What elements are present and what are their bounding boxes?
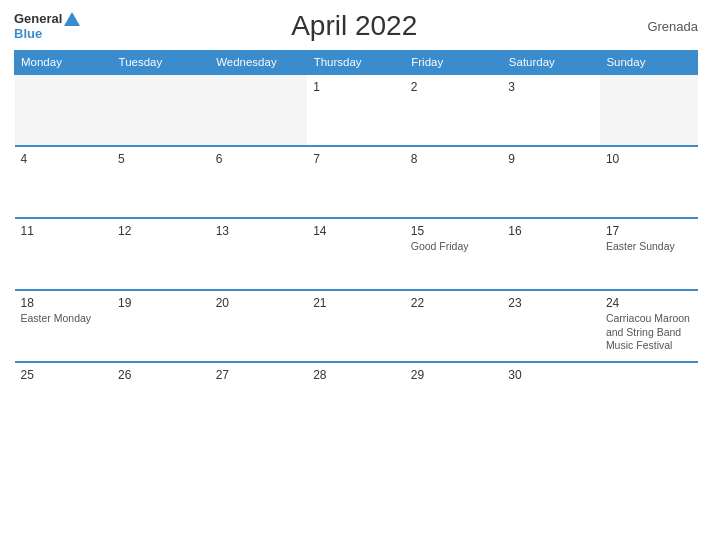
table-row: 8 <box>405 146 503 218</box>
logo-general-text: General <box>14 11 62 26</box>
day-number: 26 <box>118 368 204 382</box>
calendar-week-2: 45678910 <box>15 146 698 218</box>
logo: General Blue <box>14 11 80 41</box>
table-row: 30 <box>502 362 600 434</box>
table-row: 6 <box>210 146 308 218</box>
day-number: 4 <box>21 152 107 166</box>
table-row: 9 <box>502 146 600 218</box>
event-text: Easter Sunday <box>606 240 692 254</box>
table-row: 1 <box>307 74 405 146</box>
day-number: 13 <box>216 224 302 238</box>
day-number: 14 <box>313 224 399 238</box>
day-number: 19 <box>118 296 204 310</box>
col-friday: Friday <box>405 51 503 75</box>
table-row: 4 <box>15 146 113 218</box>
table-row: 19 <box>112 290 210 362</box>
event-text: Easter Monday <box>21 312 107 326</box>
day-number: 30 <box>508 368 594 382</box>
event-text: Carriacou Maroon and String Band Music F… <box>606 312 692 353</box>
table-row: 11 <box>15 218 113 290</box>
day-number: 24 <box>606 296 692 310</box>
calendar-header: Monday Tuesday Wednesday Thursday Friday… <box>15 51 698 75</box>
table-row <box>600 74 698 146</box>
table-row: 23 <box>502 290 600 362</box>
day-number: 6 <box>216 152 302 166</box>
day-number: 1 <box>313 80 399 94</box>
day-number: 10 <box>606 152 692 166</box>
calendar-table: Monday Tuesday Wednesday Thursday Friday… <box>14 50 698 434</box>
logo-blue-text: Blue <box>14 26 42 41</box>
table-row <box>600 362 698 434</box>
calendar-page: General Blue April 2022 Grenada Monday T… <box>0 0 712 550</box>
header: General Blue April 2022 Grenada <box>14 10 698 42</box>
day-number: 3 <box>508 80 594 94</box>
table-row: 18Easter Monday <box>15 290 113 362</box>
day-number: 2 <box>411 80 497 94</box>
table-row: 26 <box>112 362 210 434</box>
table-row: 17Easter Sunday <box>600 218 698 290</box>
col-tuesday: Tuesday <box>112 51 210 75</box>
day-number: 25 <box>21 368 107 382</box>
table-row: 27 <box>210 362 308 434</box>
table-row: 16 <box>502 218 600 290</box>
day-number: 15 <box>411 224 497 238</box>
table-row: 14 <box>307 218 405 290</box>
calendar-week-5: 252627282930 <box>15 362 698 434</box>
table-row <box>112 74 210 146</box>
day-number: 9 <box>508 152 594 166</box>
table-row: 5 <box>112 146 210 218</box>
logo-inner: General Blue <box>14 11 80 41</box>
day-number: 28 <box>313 368 399 382</box>
day-number: 5 <box>118 152 204 166</box>
col-wednesday: Wednesday <box>210 51 308 75</box>
table-row: 2 <box>405 74 503 146</box>
day-number: 22 <box>411 296 497 310</box>
calendar-week-3: 1112131415Good Friday1617Easter Sunday <box>15 218 698 290</box>
col-saturday: Saturday <box>502 51 600 75</box>
day-number: 12 <box>118 224 204 238</box>
day-number: 20 <box>216 296 302 310</box>
event-text: Good Friday <box>411 240 497 254</box>
table-row: 7 <box>307 146 405 218</box>
day-number: 18 <box>21 296 107 310</box>
calendar-body: 123456789101112131415Good Friday1617East… <box>15 74 698 434</box>
table-row: 29 <box>405 362 503 434</box>
table-row: 28 <box>307 362 405 434</box>
table-row: 20 <box>210 290 308 362</box>
table-row: 3 <box>502 74 600 146</box>
table-row: 10 <box>600 146 698 218</box>
day-number: 17 <box>606 224 692 238</box>
col-thursday: Thursday <box>307 51 405 75</box>
day-number: 11 <box>21 224 107 238</box>
day-number: 7 <box>313 152 399 166</box>
table-row: 21 <box>307 290 405 362</box>
header-row: Monday Tuesday Wednesday Thursday Friday… <box>15 51 698 75</box>
table-row: 15Good Friday <box>405 218 503 290</box>
col-sunday: Sunday <box>600 51 698 75</box>
table-row: 25 <box>15 362 113 434</box>
day-number: 8 <box>411 152 497 166</box>
day-number: 27 <box>216 368 302 382</box>
month-title: April 2022 <box>80 10 628 42</box>
logo-triangle-icon <box>64 12 80 26</box>
col-monday: Monday <box>15 51 113 75</box>
table-row: 24Carriacou Maroon and String Band Music… <box>600 290 698 362</box>
day-number: 23 <box>508 296 594 310</box>
table-row <box>15 74 113 146</box>
logo-row: General <box>14 11 80 26</box>
country-label: Grenada <box>628 19 698 34</box>
day-number: 21 <box>313 296 399 310</box>
table-row: 13 <box>210 218 308 290</box>
calendar-week-4: 18Easter Monday192021222324Carriacou Mar… <box>15 290 698 362</box>
table-row: 12 <box>112 218 210 290</box>
calendar-week-1: 123 <box>15 74 698 146</box>
day-number: 29 <box>411 368 497 382</box>
table-row <box>210 74 308 146</box>
table-row: 22 <box>405 290 503 362</box>
day-number: 16 <box>508 224 594 238</box>
